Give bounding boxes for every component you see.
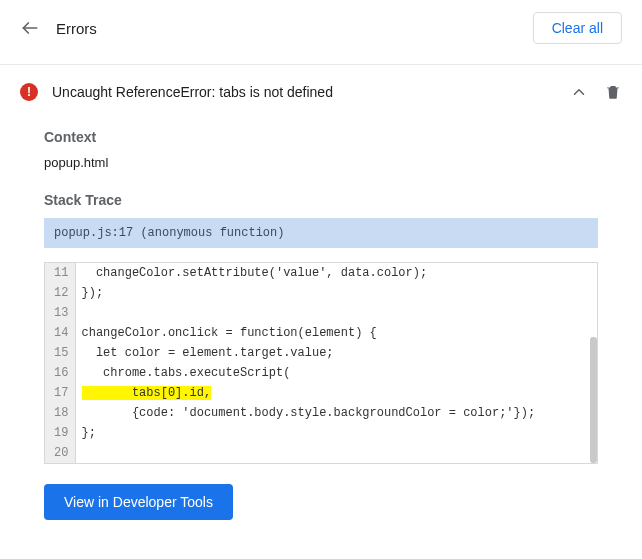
page-title: Errors xyxy=(56,20,533,37)
error-icon: ! xyxy=(20,83,38,101)
code-line: 20 xyxy=(45,443,597,463)
line-code: }; xyxy=(75,423,597,443)
back-arrow-icon[interactable] xyxy=(20,18,40,38)
line-number: 13 xyxy=(45,303,75,323)
code-line: 15 let color = element.target.value; xyxy=(45,343,597,363)
context-value: popup.html xyxy=(44,155,598,170)
line-code: chrome.tabs.executeScript( xyxy=(75,363,597,383)
line-number: 20 xyxy=(45,443,75,463)
stack-frame[interactable]: popup.js:17 (anonymous function) xyxy=(44,218,598,248)
code-line: 14changeColor.onclick = function(element… xyxy=(45,323,597,343)
view-devtools-button[interactable]: View in Developer Tools xyxy=(44,484,233,520)
code-line: 11 changeColor.setAttribute('value', dat… xyxy=(45,263,597,283)
context-label: Context xyxy=(44,129,598,145)
line-code: tabs[0].id, xyxy=(75,383,597,403)
line-code: }); xyxy=(75,283,597,303)
line-number: 15 xyxy=(45,343,75,363)
scrollbar-thumb[interactable] xyxy=(590,337,597,463)
line-code: {code: 'document.body.style.backgroundCo… xyxy=(75,403,597,423)
line-number: 17 xyxy=(45,383,75,403)
code-line: 18 {code: 'document.body.style.backgroun… xyxy=(45,403,597,423)
line-number: 12 xyxy=(45,283,75,303)
code-line: 16 chrome.tabs.executeScript( xyxy=(45,363,597,383)
code-line: 13 xyxy=(45,303,597,323)
line-number: 11 xyxy=(45,263,75,283)
line-code: changeColor.setAttribute('value', data.c… xyxy=(75,263,597,283)
code-line: 12}); xyxy=(45,283,597,303)
line-number: 19 xyxy=(45,423,75,443)
code-line: 17 tabs[0].id, xyxy=(45,383,597,403)
line-code: let color = element.target.value; xyxy=(75,343,597,363)
line-number: 14 xyxy=(45,323,75,343)
clear-all-button[interactable]: Clear all xyxy=(533,12,622,44)
line-number: 18 xyxy=(45,403,75,423)
stack-trace-label: Stack Trace xyxy=(44,192,598,208)
line-code: changeColor.onclick = function(element) … xyxy=(75,323,597,343)
code-line: 19}; xyxy=(45,423,597,443)
error-message: Uncaught ReferenceError: tabs is not def… xyxy=(52,84,554,100)
code-block: 11 changeColor.setAttribute('value', dat… xyxy=(44,262,598,464)
trash-icon[interactable] xyxy=(604,83,622,101)
line-number: 16 xyxy=(45,363,75,383)
line-code xyxy=(75,443,597,463)
collapse-icon[interactable] xyxy=(570,83,588,101)
line-code xyxy=(75,303,597,323)
